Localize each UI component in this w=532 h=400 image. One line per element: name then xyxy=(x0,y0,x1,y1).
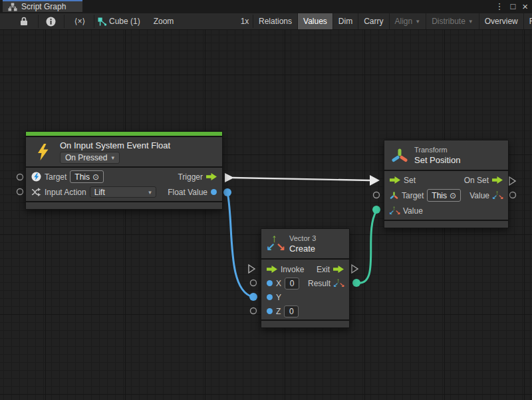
result-label: Result xyxy=(308,279,331,288)
input-action-icon xyxy=(31,188,41,196)
transform-value-row: ↑↙↘ Value xyxy=(384,203,508,218)
vector3-type-icon[interactable]: ↑↙↘ xyxy=(334,279,344,288)
vector3-type-icon[interactable]: ↑↙↘ xyxy=(390,206,400,216)
relations-button[interactable]: Relations xyxy=(253,13,298,29)
z-label: Z xyxy=(276,307,281,316)
transform-mini-icon xyxy=(390,191,398,200)
carry-button[interactable]: Carry xyxy=(358,13,389,29)
node-vector3-create[interactable]: ↑↙↘ Vector 3 Create Invoke Exit X 0 Resu… xyxy=(261,228,350,328)
node-title: On Input System Event Float xyxy=(60,140,170,150)
event-mode-dropdown[interactable]: On Pressed ▾ xyxy=(60,152,120,164)
tab-title: Script Graph xyxy=(21,2,66,11)
node-footer xyxy=(26,202,222,209)
tab-script-graph[interactable]: Script Graph xyxy=(3,0,82,12)
dim-button[interactable]: Dim xyxy=(333,13,358,29)
graph-reference-icon xyxy=(97,13,108,29)
x-port-icon[interactable] xyxy=(267,280,273,286)
zoom-value: 1x xyxy=(238,13,251,29)
flow-arrow-icon[interactable] xyxy=(206,173,217,180)
target-this-field[interactable]: This ⊙ xyxy=(427,189,461,202)
vector3-type-icon[interactable]: ↑↙↘ xyxy=(493,191,503,200)
on-set-label: On Set xyxy=(464,176,489,185)
vector3-icon: ↑↙↘ xyxy=(267,235,284,252)
float-value-label: Float Value xyxy=(168,188,207,197)
code-icon: ⟨×⟩ xyxy=(74,17,85,26)
values-button[interactable]: Values xyxy=(298,13,333,29)
info-icon xyxy=(46,17,56,27)
transform-icon xyxy=(391,146,408,164)
zoom-label: Zoom xyxy=(152,13,176,29)
exit-label: Exit xyxy=(317,265,330,274)
event-accent-strip xyxy=(26,132,222,136)
object-picker-icon[interactable]: ⊙ xyxy=(450,191,456,200)
graph-toolbar: ⟨×⟩ Cube (1) Zoom 1x Relations Values Di… xyxy=(0,13,532,30)
node-footer xyxy=(261,321,349,327)
close-icon[interactable]: × xyxy=(522,0,528,13)
object-picker-icon[interactable]: ⊙ xyxy=(92,172,99,182)
flow-arrow-icon[interactable] xyxy=(492,176,503,184)
vector3-z-row: Z 0 xyxy=(261,304,349,318)
maximize-icon[interactable]: □ xyxy=(510,0,515,13)
value-output-label: Value xyxy=(469,191,489,200)
full-screen-button[interactable]: Full Screen xyxy=(524,13,532,29)
y-label: Y xyxy=(276,293,281,302)
distribute-button: Distribute ▼ xyxy=(426,13,479,29)
transform-set-row: Set On Set xyxy=(384,172,508,188)
node-on-input-system-event-float[interactable]: On Input System Event Float On Pressed ▾… xyxy=(25,131,223,210)
lightning-bolt-icon xyxy=(37,143,50,161)
node-transform-set-position[interactable]: Transform Set Position Set On Set xyxy=(384,140,509,228)
window-titlebar: Script Graph ⋮ □ × xyxy=(0,0,532,13)
flow-arrow-icon[interactable] xyxy=(390,176,400,184)
node-footer xyxy=(384,221,508,228)
lock-icon xyxy=(20,17,28,26)
chevron-down-icon: ▼ xyxy=(468,19,473,25)
node-type-label: Transform xyxy=(414,146,460,154)
node-title: Create xyxy=(289,244,316,254)
float-value-port-icon[interactable] xyxy=(211,189,217,195)
window-menu-icon[interactable]: ⋮ xyxy=(495,0,503,13)
input-action-dropdown[interactable]: Lift ▾ xyxy=(90,186,156,198)
z-port-icon[interactable] xyxy=(267,308,273,314)
chevron-down-icon: ▼ xyxy=(415,19,420,25)
x-label: X xyxy=(276,279,281,288)
x-value-field[interactable]: 0 xyxy=(285,278,299,290)
invoke-label: Invoke xyxy=(281,265,304,274)
input-system-icon xyxy=(31,172,41,182)
overview-button[interactable]: Overview xyxy=(479,13,524,29)
z-value-field[interactable]: 0 xyxy=(284,305,299,317)
vector3-y-row: Y xyxy=(261,290,349,304)
trigger-label: Trigger xyxy=(178,172,203,182)
input-action-label: Input Action xyxy=(45,188,86,197)
target-label: Target xyxy=(402,191,424,200)
graph-breadcrumb[interactable]: Cube (1) xyxy=(109,13,149,29)
event-target-row: Target This ⊙ Trigger xyxy=(26,169,222,184)
flow-arrow-icon[interactable] xyxy=(333,266,344,273)
vector3-x-row: X 0 Result ↑↙↘ xyxy=(261,276,349,290)
vector3-invoke-row: Invoke Exit xyxy=(261,262,349,276)
flow-arrow-icon[interactable] xyxy=(267,266,277,273)
node-title: Set Position xyxy=(414,155,460,165)
info-button[interactable] xyxy=(40,13,61,29)
graph-icon xyxy=(8,3,17,11)
code-view-button[interactable]: ⟨×⟩ xyxy=(66,13,94,29)
lock-button[interactable] xyxy=(13,13,35,29)
chevron-down-icon: ▾ xyxy=(148,189,152,196)
event-input-action-row: Input Action Lift ▾ Float Value xyxy=(26,184,222,200)
align-button: Align ▼ xyxy=(390,13,427,29)
target-this-field[interactable]: This ⊙ xyxy=(70,170,104,183)
transform-target-row: Target This ⊙ Value ↑↙↘ xyxy=(384,188,508,203)
target-label: Target xyxy=(45,172,66,182)
chevron-down-icon: ▾ xyxy=(111,154,114,161)
set-label: Set xyxy=(404,176,416,185)
y-port-icon[interactable] xyxy=(267,294,273,300)
node-type-label: Vector 3 xyxy=(289,234,316,242)
value-input-label: Value xyxy=(403,206,423,216)
